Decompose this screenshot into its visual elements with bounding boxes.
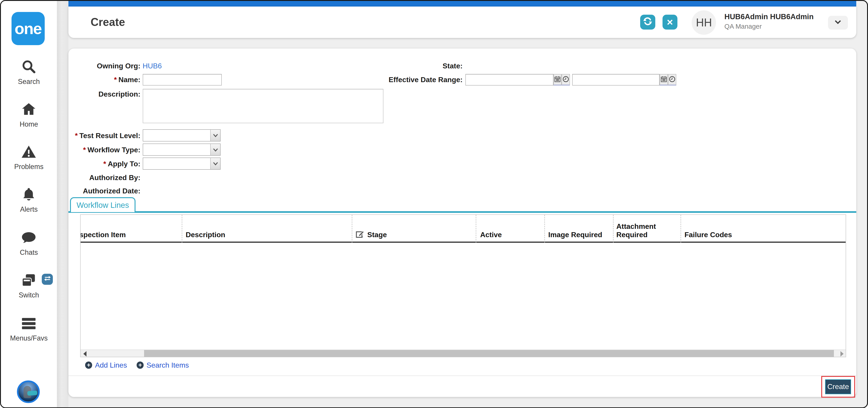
column-header-stage[interactable]: Stage xyxy=(367,231,387,239)
edit-required-icon: * xyxy=(355,230,365,239)
workflow-type-label: *Workflow Type: xyxy=(68,146,141,154)
column-header-image-required[interactable]: Image Required xyxy=(548,231,602,239)
refresh-button[interactable] xyxy=(640,15,655,30)
state-label: State: xyxy=(378,62,463,70)
sidebar-label-chats: Chats xyxy=(1,248,57,257)
test-result-level-select[interactable] xyxy=(143,129,221,141)
sidebar-label-home: Home xyxy=(1,120,57,128)
authorized-by-label: Authorized By: xyxy=(68,174,141,182)
top-accent-bar xyxy=(68,1,856,6)
tab-underline xyxy=(68,211,856,213)
switch-swap-badge[interactable] xyxy=(42,274,53,285)
owning-org-link[interactable]: HUB6 xyxy=(143,62,162,70)
name-label: *Name: xyxy=(68,76,141,84)
apply-to-label: *Apply To: xyxy=(68,160,141,168)
select-chevron-icon xyxy=(210,144,220,155)
plus-circle-icon: + xyxy=(136,362,144,369)
workflow-type-select[interactable] xyxy=(143,143,221,156)
create-form-card: Owning Org: HUB6 *Name: Description: *Te… xyxy=(68,48,856,397)
sidebar-item-search[interactable]: Search xyxy=(1,59,57,86)
app-window: one Search Home Problems Alerts xyxy=(0,0,868,408)
authorized-date-label: Authorized Date: xyxy=(68,187,141,195)
search-items-link[interactable]: + Search Items xyxy=(136,361,189,369)
column-header-failure-codes[interactable]: Failure Codes xyxy=(684,231,732,239)
home-icon xyxy=(21,102,37,117)
sidebar-label-problems: Problems xyxy=(1,163,57,171)
date-from-calendar-button[interactable] xyxy=(554,74,562,86)
plus-circle-icon: + xyxy=(85,362,92,369)
column-header-inspection-item[interactable]: spection Item xyxy=(80,231,126,239)
column-header-active[interactable]: Active xyxy=(480,231,502,239)
search-items-label: Search Items xyxy=(147,361,189,369)
switch-windows-icon xyxy=(21,273,37,288)
svg-text:*: * xyxy=(362,236,363,239)
effective-date-from-input[interactable] xyxy=(465,74,554,86)
workflow-lines-grid: spection Item Description * Stage Active… xyxy=(80,214,846,357)
close-button[interactable]: × xyxy=(662,15,677,30)
footer-divider xyxy=(68,375,856,376)
add-lines-label: Add Lines xyxy=(95,361,127,369)
scroll-right-arrow-icon[interactable] xyxy=(840,351,844,356)
sidebar-label-alerts: Alerts xyxy=(1,205,57,213)
apply-to-select[interactable] xyxy=(143,158,221,170)
page-header: Create × HH HUB6Admin HUB6Admin QA Manag… xyxy=(68,6,856,38)
sidebar-label-switch: Switch xyxy=(1,291,57,299)
chat-bubble-icon xyxy=(21,230,37,245)
description-textarea[interactable] xyxy=(143,89,383,123)
sidebar-item-alerts[interactable]: Alerts xyxy=(1,187,57,213)
one-logo[interactable]: one xyxy=(11,12,45,45)
column-divider xyxy=(182,215,182,243)
column-divider xyxy=(545,215,545,243)
user-avatar[interactable]: HH xyxy=(692,10,716,35)
one-logo-text: one xyxy=(15,21,41,37)
clock-icon xyxy=(562,74,569,84)
assistant-avatar[interactable] xyxy=(17,380,40,403)
sidebar-item-menus-favs[interactable]: Menus/Favs xyxy=(1,316,57,342)
tab-workflow-lines[interactable]: Workflow Lines xyxy=(70,197,135,212)
column-header-description[interactable]: Description xyxy=(186,231,225,239)
column-divider xyxy=(476,215,476,243)
column-divider xyxy=(613,215,614,243)
name-input[interactable] xyxy=(143,74,222,86)
sidebar: one Search Home Problems Alerts xyxy=(1,1,57,407)
grid-header-row: spection Item Description * Stage Active… xyxy=(81,215,846,243)
date-to-time-button[interactable] xyxy=(668,74,676,86)
user-role: QA Manager xyxy=(724,23,762,30)
sidebar-item-chats[interactable]: Chats xyxy=(1,230,57,257)
hamburger-menu-icon xyxy=(21,316,37,331)
bell-icon xyxy=(21,187,37,202)
clock-icon xyxy=(669,74,675,84)
sidebar-item-home[interactable]: Home xyxy=(1,102,57,128)
user-initials: HH xyxy=(696,16,712,29)
horizontal-scrollbar[interactable] xyxy=(81,349,846,357)
refresh-icon xyxy=(643,16,653,28)
swap-arrows-icon xyxy=(43,274,51,284)
column-header-attachment-required[interactable]: Attachment Required xyxy=(616,222,674,239)
tab-workflow-lines-label: Workflow Lines xyxy=(76,201,129,210)
select-chevron-icon xyxy=(210,158,220,169)
create-button[interactable]: Create xyxy=(825,379,851,394)
effective-date-to-input[interactable] xyxy=(572,74,659,86)
sidebar-label-search: Search xyxy=(1,78,57,86)
effective-date-range-label: Effective Date Range: xyxy=(367,76,463,84)
page-title: Create xyxy=(91,16,125,28)
sidebar-item-problems[interactable]: Problems xyxy=(1,144,57,171)
robot-visor-graphic xyxy=(27,390,37,396)
column-divider xyxy=(352,215,352,243)
scroll-left-arrow-icon[interactable] xyxy=(83,351,87,356)
test-result-level-label: *Test Result Level: xyxy=(68,132,141,140)
date-from-time-button[interactable] xyxy=(562,74,570,86)
sidebar-divider xyxy=(57,1,68,407)
sidebar-label-menus-favs: Menus/Favs xyxy=(1,334,57,342)
warning-triangle-icon xyxy=(21,144,37,160)
scrollbar-thumb[interactable] xyxy=(144,350,834,357)
calendar-icon xyxy=(660,74,667,84)
user-menu-button[interactable] xyxy=(828,16,848,30)
add-lines-link[interactable]: + Add Lines xyxy=(85,361,127,369)
select-chevron-icon xyxy=(210,130,220,141)
date-to-calendar-button[interactable] xyxy=(659,74,668,86)
column-divider xyxy=(681,215,681,243)
owning-org-label: Owning Org: xyxy=(68,62,141,70)
close-icon: × xyxy=(667,17,673,28)
search-icon xyxy=(21,59,37,74)
